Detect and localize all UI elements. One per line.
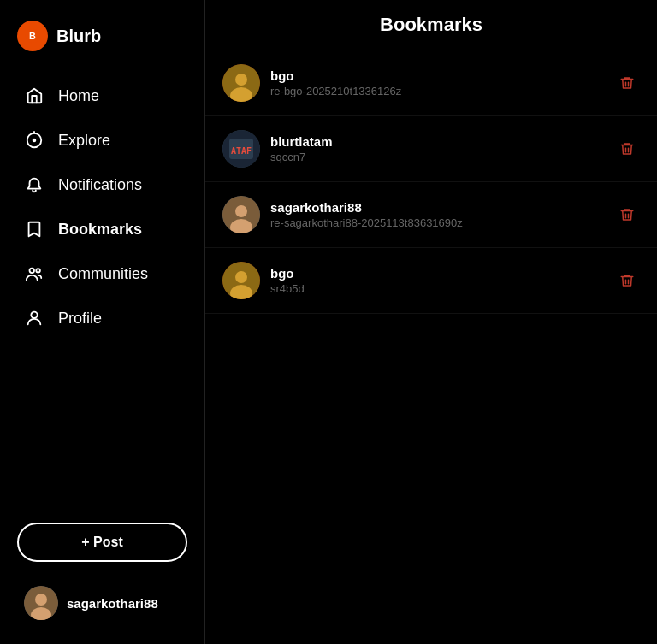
list-item[interactable]: bgo sr4b5d [205,248,657,314]
delete-bookmark-button[interactable] [614,202,640,227]
page-title: Bookmarks [205,0,657,50]
sidebar-item-bookmarks[interactable]: Bookmarks [10,209,194,250]
list-item[interactable]: sagarkothari88 re-sagarkothari88-2025113… [205,182,657,248]
avatar: ATAF [222,130,260,168]
bookmark-info: sagarkothari88 re-sagarkothari88-2025113… [270,200,604,229]
post-button-label: + Post [81,535,122,550]
sidebar-item-home[interactable]: Home [10,75,194,116]
sidebar: B Blurb Home Expl [0,0,205,644]
trash-icon [619,273,635,288]
svg-text:ATAF: ATAF [231,146,252,156]
sidebar-item-communities[interactable]: Communities [10,253,194,294]
sidebar-item-notifications[interactable]: Notifications [10,164,194,205]
bookmark-username: bgo [270,266,604,281]
nav-menu: Home Explore Notifications [0,68,204,509]
svg-point-18 [235,205,247,217]
delete-bookmark-button[interactable] [614,70,640,96]
svg-point-6 [36,269,40,273]
bookmark-list: bgo re-bgo-2025210t1336126z ATAF blu [205,50,657,314]
list-item[interactable]: ATAF blurtlatam sqccn7 [205,116,657,182]
svg-text:B: B [29,31,36,41]
sidebar-item-label-communities: Communities [58,265,148,283]
svg-point-21 [235,271,247,283]
bookmark-sub-id: re-sagarkothari88-2025113t83631690z [270,216,604,229]
bookmark-info: bgo re-bgo-2025210t1336126z [270,68,604,97]
delete-bookmark-button[interactable] [614,268,640,293]
sidebar-item-label-notifications: Notifications [58,176,142,194]
bookmark-username: sagarkothari88 [270,200,604,215]
bookmark-info: bgo sr4b5d [270,266,604,295]
avatar [222,262,260,299]
main-content: Bookmarks bgo re-bgo-2025210t1336126z [205,0,657,644]
avatar [222,64,260,102]
profile-icon [24,308,44,328]
bookmark-sub-id: sqccn7 [270,151,604,163]
home-icon [24,86,44,106]
notifications-icon [24,174,44,195]
trash-icon [619,75,635,91]
bookmark-sub-id: re-bgo-2025210t1336126z [270,85,604,97]
trash-icon [619,207,635,222]
bookmark-username: bgo [270,68,604,83]
sidebar-item-label-explore: Explore [58,132,110,150]
bookmarks-icon [24,219,44,239]
footer-avatar [24,586,58,620]
sidebar-item-label-home: Home [58,87,99,105]
communities-icon [24,263,44,284]
delete-bookmark-button[interactable] [614,136,640,162]
footer-username: sagarkothari88 [67,596,158,611]
bookmark-info: blurtlatam sqccn7 [270,134,604,163]
logo-area[interactable]: B Blurb [0,14,204,68]
sidebar-user-footer[interactable]: sagarkothari88 [7,576,198,630]
svg-point-12 [235,74,247,86]
bookmark-username: blurtlatam [270,134,604,149]
trash-icon [619,141,635,157]
svg-point-7 [31,312,37,318]
list-item[interactable]: bgo re-bgo-2025210t1336126z [205,50,657,116]
bookmark-sub-id: sr4b5d [270,282,604,295]
sidebar-item-label-bookmarks: Bookmarks [58,221,142,239]
post-button[interactable]: + Post [17,523,187,562]
sidebar-item-profile[interactable]: Profile [10,298,194,339]
sidebar-item-explore[interactable]: Explore [10,120,194,161]
app-name: Blurb [56,27,101,46]
explore-icon [24,130,44,151]
sidebar-item-label-profile: Profile [58,310,102,328]
avatar [222,196,260,233]
svg-point-9 [35,594,47,606]
svg-point-4 [33,139,37,143]
svg-point-5 [30,269,35,274]
app-logo-icon: B [17,21,48,51]
